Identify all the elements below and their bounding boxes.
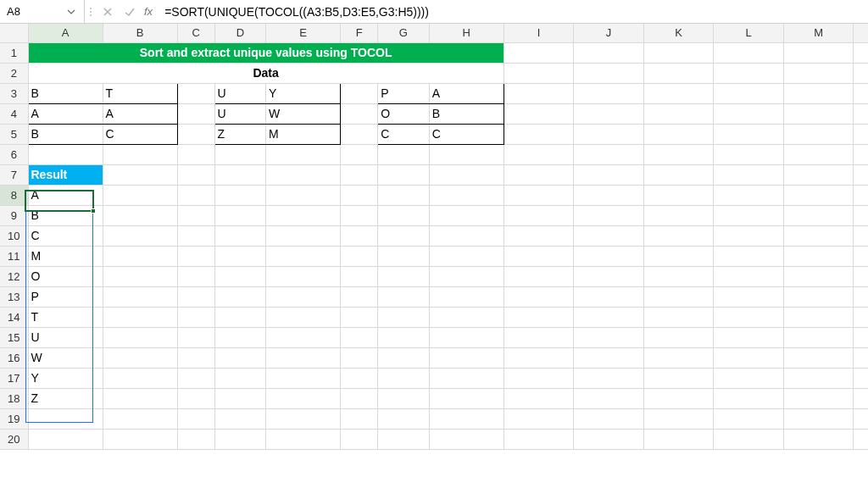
cell[interactable] — [783, 368, 854, 388]
cell[interactable] — [714, 429, 784, 449]
cell[interactable] — [266, 388, 341, 408]
cell[interactable] — [574, 286, 644, 307]
row-header[interactable]: 13 — [0, 286, 28, 307]
cell[interactable] — [103, 246, 177, 266]
cell[interactable] — [783, 63, 854, 83]
cell[interactable] — [378, 388, 430, 408]
cell[interactable] — [643, 225, 714, 246]
col-header[interactable]: B — [103, 24, 177, 42]
banner-cell[interactable]: Sort and extract unique values using TOC… — [28, 42, 504, 63]
fx-label[interactable]: fx — [144, 0, 153, 23]
cell[interactable] — [266, 205, 341, 225]
cell[interactable] — [266, 144, 341, 164]
cell[interactable]: Y — [266, 83, 341, 103]
cell[interactable] — [214, 266, 266, 286]
cell[interactable] — [574, 388, 644, 408]
cell[interactable] — [854, 42, 868, 63]
cell[interactable] — [266, 429, 341, 449]
cell[interactable] — [214, 388, 266, 408]
cell[interactable]: Z — [214, 124, 266, 144]
cell[interactable] — [854, 225, 868, 246]
cell[interactable] — [714, 42, 784, 63]
cell[interactable] — [714, 307, 784, 327]
cell[interactable] — [429, 246, 504, 266]
cell[interactable] — [643, 205, 714, 225]
cell[interactable] — [643, 347, 714, 368]
cell[interactable] — [103, 286, 177, 307]
cell[interactable] — [266, 307, 341, 327]
cell[interactable] — [574, 368, 644, 388]
cell[interactable] — [177, 164, 214, 185]
cell[interactable] — [103, 144, 177, 164]
cell[interactable] — [429, 388, 504, 408]
cell[interactable] — [643, 164, 714, 185]
cell[interactable] — [643, 83, 714, 103]
cell[interactable] — [177, 246, 214, 266]
cell[interactable] — [429, 205, 504, 225]
row-header[interactable]: 20 — [0, 429, 28, 449]
col-header[interactable]: L — [714, 24, 784, 42]
cell[interactable] — [504, 347, 574, 368]
cell[interactable] — [378, 246, 430, 266]
cell[interactable] — [504, 205, 574, 225]
cell[interactable] — [854, 266, 868, 286]
cell[interactable] — [266, 408, 341, 429]
cell[interactable]: Z — [28, 388, 103, 408]
cell[interactable] — [214, 327, 266, 347]
cell[interactable] — [574, 83, 644, 103]
cell[interactable] — [854, 347, 868, 368]
row-header[interactable]: 9 — [0, 205, 28, 225]
cell[interactable] — [574, 408, 644, 429]
cell[interactable]: A — [28, 103, 103, 124]
cell[interactable] — [504, 368, 574, 388]
cell[interactable] — [574, 103, 644, 124]
cell[interactable] — [177, 429, 214, 449]
cell[interactable] — [341, 83, 378, 103]
cell[interactable] — [214, 408, 266, 429]
cell[interactable] — [341, 205, 378, 225]
row-header[interactable]: 11 — [0, 246, 28, 266]
cell[interactable] — [341, 266, 378, 286]
cell[interactable] — [177, 124, 214, 144]
cell[interactable] — [854, 388, 868, 408]
cell[interactable] — [177, 83, 214, 103]
cell[interactable] — [341, 144, 378, 164]
col-header[interactable]: E — [266, 24, 341, 42]
cell[interactable] — [854, 408, 868, 429]
cell[interactable] — [28, 429, 103, 449]
cell[interactable] — [266, 185, 341, 205]
cell[interactable] — [214, 307, 266, 327]
cell[interactable] — [177, 286, 214, 307]
cell[interactable]: W — [28, 347, 103, 368]
cell[interactable] — [783, 124, 854, 144]
cell[interactable]: B — [28, 83, 103, 103]
cell[interactable] — [103, 225, 177, 246]
cell[interactable] — [574, 124, 644, 144]
col-header[interactable]: I — [504, 24, 574, 42]
cell[interactable] — [854, 246, 868, 266]
cell[interactable] — [504, 63, 574, 83]
cell[interactable] — [177, 185, 214, 205]
cell[interactable] — [574, 144, 644, 164]
cell[interactable] — [643, 185, 714, 205]
cell[interactable] — [574, 246, 644, 266]
row-header[interactable]: 14 — [0, 307, 28, 327]
row-header[interactable]: 18 — [0, 388, 28, 408]
cell[interactable] — [714, 286, 784, 307]
cell[interactable] — [643, 124, 714, 144]
cell[interactable] — [574, 63, 644, 83]
cell[interactable] — [214, 368, 266, 388]
cell[interactable] — [214, 164, 266, 185]
cell[interactable] — [341, 368, 378, 388]
cell[interactable] — [103, 429, 177, 449]
cell[interactable] — [854, 286, 868, 307]
cell[interactable] — [643, 42, 714, 63]
cell[interactable] — [429, 286, 504, 307]
cell[interactable] — [378, 347, 430, 368]
cell[interactable] — [574, 266, 644, 286]
cell[interactable] — [783, 266, 854, 286]
cell[interactable] — [714, 327, 784, 347]
cell[interactable] — [378, 307, 430, 327]
cell[interactable] — [504, 246, 574, 266]
col-header[interactable]: N — [854, 24, 868, 42]
